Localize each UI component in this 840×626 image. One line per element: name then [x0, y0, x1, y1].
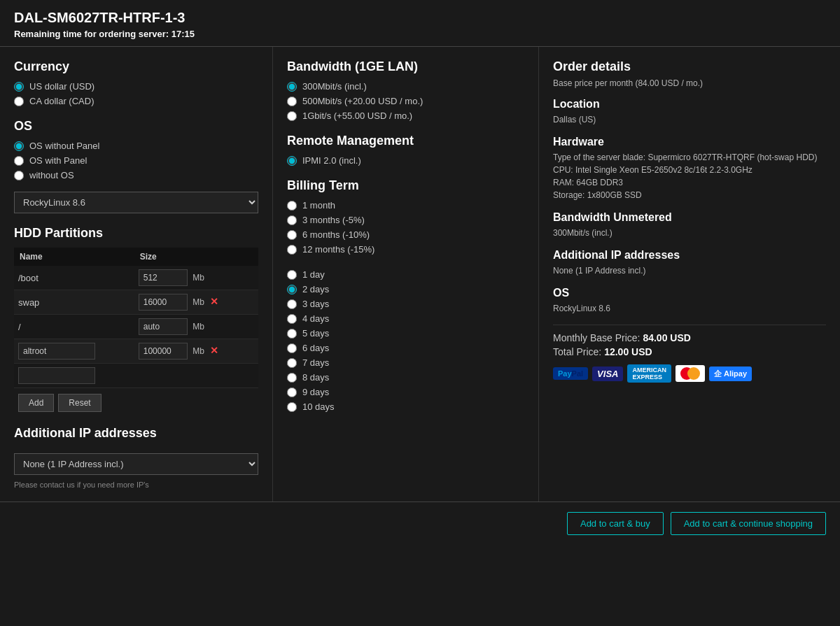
remote-option-ipmi[interactable]: IPMI 2.0 (incl.) — [287, 155, 524, 166]
bandwidth-radio-500[interactable] — [287, 97, 297, 106]
currency-title: Currency — [14, 59, 258, 74]
currency-radio-usd[interactable] — [14, 82, 24, 92]
billing-label-7d: 7 days — [302, 357, 329, 368]
hdd-table: Name Size /boot Mb swap — [14, 248, 258, 388]
hdd-size-input-boot[interactable] — [139, 269, 188, 286]
billing-option-2d[interactable]: 2 days — [287, 284, 524, 294]
monthly-price-label: Monthly Base Price: — [553, 332, 640, 343]
hdd-name-input-altroot[interactable] — [18, 343, 95, 360]
billing-label-8d: 8 days — [302, 372, 329, 383]
os-option-no-os[interactable]: without OS — [14, 170, 258, 180]
billing-label-9d: 9 days — [302, 387, 329, 397]
billing-option-9d[interactable]: 9 days — [287, 387, 524, 397]
billing-option-1m[interactable]: 1 month — [287, 200, 524, 211]
billing-label-4d: 4 days — [302, 313, 329, 324]
remote-radio-ipmi[interactable] — [287, 156, 297, 166]
table-row — [14, 364, 258, 388]
os-radio-with-panel[interactable] — [14, 156, 24, 166]
left-panel: Currency US dollar (USD) CA dollar (CAD)… — [0, 47, 273, 501]
currency-option-cad[interactable]: CA dollar (CAD) — [14, 96, 258, 106]
bandwidth-label-1000: 1Gbit/s (+55.00 USD / mo.) — [302, 111, 412, 121]
order-ip-value: None (1 IP Address incl.) — [553, 264, 826, 277]
billing-radio-12m[interactable] — [287, 245, 297, 255]
billing-radio-6d[interactable] — [287, 343, 297, 353]
os-dropdown[interactable]: RockyLinux 8.6 Ubuntu 22.04 Debian 11 Ce… — [14, 192, 258, 213]
os-option-no-panel[interactable]: OS without Panel — [14, 141, 258, 151]
hdd-size-new — [134, 364, 258, 388]
billing-option-3d[interactable]: 3 days — [287, 299, 524, 309]
bandwidth-option-1000[interactable]: 1Gbit/s (+55.00 USD / mo.) — [287, 111, 524, 121]
order-hardware-value: Type of the server blade: Supermicro 602… — [553, 151, 826, 201]
billing-radio-2d[interactable] — [287, 285, 297, 294]
billing-radio-6m[interactable] — [287, 230, 297, 240]
hdd-name-input-new[interactable] — [18, 367, 95, 384]
bandwidth-radio-300[interactable] — [287, 82, 297, 92]
order-hardware-section: Hardware Type of the server blade: Super… — [553, 136, 826, 201]
alipay-icon: 企 Alipay — [709, 367, 752, 381]
billing-label-6d: 6 days — [302, 343, 329, 353]
hdd-remove-swap[interactable]: ✕ — [210, 296, 218, 307]
hdd-size-input-altroot[interactable] — [139, 343, 188, 360]
bandwidth-section: Bandwidth (1GE LAN) 300Mbit/s (incl.) 50… — [287, 59, 524, 121]
order-ip-section: Additional IP addresses None (1 IP Addre… — [553, 249, 826, 277]
hdd-size-altroot: Mb ✕ — [134, 339, 258, 364]
billing-option-3m[interactable]: 3 months (-5%) — [287, 215, 524, 225]
payment-icons: PayPal VISA AMERICANEXPRESS 企 Alipay — [553, 364, 826, 383]
billing-radio-8d[interactable] — [287, 373, 297, 383]
billing-radio-4d[interactable] — [287, 314, 297, 324]
table-row: Mb ✕ — [14, 339, 258, 364]
os-radio-no-panel[interactable] — [14, 141, 24, 151]
currency-option-usd[interactable]: US dollar (USD) — [14, 81, 258, 92]
billing-radio-5d[interactable] — [287, 329, 297, 339]
add-to-cart-buy-button[interactable]: Add to cart & buy — [567, 512, 664, 535]
hdd-add-button[interactable]: Add — [18, 394, 54, 412]
billing-radio-9d[interactable] — [287, 387, 297, 397]
right-panel: Order details Base price per month (84.0… — [539, 47, 840, 501]
billing-option-6m[interactable]: 6 months (-10%) — [287, 229, 524, 240]
currency-radio-cad[interactable] — [14, 97, 24, 106]
billing-label-3m: 3 months (-5%) — [302, 215, 365, 225]
order-hardware-label: Hardware — [553, 136, 826, 148]
currency-label-cad: CA dollar (CAD) — [29, 96, 94, 106]
add-to-cart-continue-button[interactable]: Add to cart & continue shopping — [671, 512, 826, 535]
paypal-icon: PayPal — [553, 367, 588, 380]
billing-radio-3d[interactable] — [287, 299, 297, 309]
hdd-unit-root: Mb — [192, 322, 204, 332]
remote-title: Remote Management — [287, 134, 524, 148]
billing-radio-7d[interactable] — [287, 358, 297, 368]
bandwidth-option-300[interactable]: 300Mbit/s (incl.) — [287, 81, 524, 92]
billing-option-6d[interactable]: 6 days — [287, 343, 524, 353]
table-row: /boot Mb — [14, 266, 258, 290]
billing-option-5d[interactable]: 5 days — [287, 328, 524, 339]
billing-option-10d[interactable]: 10 days — [287, 401, 524, 412]
hdd-size-input-root[interactable] — [139, 318, 188, 335]
billing-radio-1d[interactable] — [287, 270, 297, 280]
order-bandwidth-section: Bandwidth Unmetered 300Mbit/s (incl.) — [553, 211, 826, 239]
order-location-value: Dallas (US) — [553, 113, 826, 126]
header: DAL-SM6027TR-HTRF-1-3 Remaining time for… — [0, 0, 840, 47]
os-option-with-panel[interactable]: OS with Panel — [14, 155, 258, 166]
table-row: swap Mb ✕ — [14, 290, 258, 315]
order-base-price-label: Base price per month (84.00 USD / mo.) — [553, 78, 826, 88]
ip-dropdown[interactable]: None (1 IP Address incl.) +1 IP +2 IPs +… — [14, 453, 258, 475]
hdd-remove-altroot[interactable]: ✕ — [210, 345, 218, 356]
billing-radio-3m[interactable] — [287, 215, 297, 225]
order-os-value: RockyLinux 8.6 — [553, 302, 826, 315]
billing-radio-10d[interactable] — [287, 402, 297, 412]
hdd-size-input-swap[interactable] — [139, 294, 188, 311]
billing-option-8d[interactable]: 8 days — [287, 372, 524, 383]
billing-option-12m[interactable]: 12 months (-15%) — [287, 244, 524, 255]
middle-panel: Bandwidth (1GE LAN) 300Mbit/s (incl.) 50… — [273, 47, 539, 501]
billing-section: Billing Term 1 month 3 months (-5%) 6 mo… — [287, 178, 524, 412]
billing-option-4d[interactable]: 4 days — [287, 313, 524, 324]
billing-title: Billing Term — [287, 178, 524, 193]
os-radio-no-os[interactable] — [14, 171, 24, 180]
bandwidth-radio-1000[interactable] — [287, 111, 297, 121]
billing-option-7d[interactable]: 7 days — [287, 357, 524, 368]
billing-option-1d[interactable]: 1 day — [287, 269, 524, 280]
remote-label-ipmi: IPMI 2.0 (incl.) — [302, 155, 361, 166]
hdd-reset-button[interactable]: Reset — [58, 394, 101, 412]
billing-label-1d: 1 day — [302, 269, 325, 280]
bandwidth-option-500[interactable]: 500Mbit/s (+20.00 USD / mo.) — [287, 96, 524, 106]
billing-radio-1m[interactable] — [287, 201, 297, 211]
